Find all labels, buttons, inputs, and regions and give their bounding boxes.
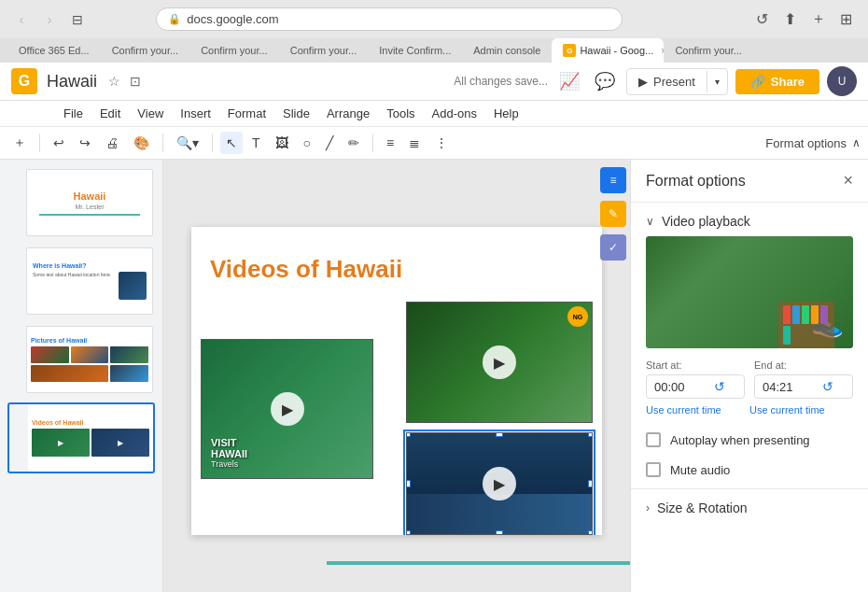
format-panel-close[interactable]: × — [843, 171, 853, 190]
start-time-input-wrap: ↺ — [646, 374, 745, 399]
menu-file[interactable]: File — [56, 103, 91, 124]
mute-checkbox[interactable] — [646, 462, 661, 477]
resize-handle-bl[interactable] — [406, 530, 411, 535]
present-label[interactable]: ▶ Present — [627, 69, 707, 94]
resize-handle-br[interactable] — [588, 530, 593, 535]
video-preview: 👟 — [646, 236, 853, 348]
slide-thumb-1[interactable]: 1 Hawaii Mr. Lester — [7, 167, 155, 238]
tab-confirm-2[interactable]: Confirm your... — [189, 38, 279, 63]
quick-icon-blue[interactable]: ≡ — [600, 167, 626, 193]
end-time-group: End at: ↺ — [754, 359, 853, 399]
slide-bottom-bar — [327, 561, 630, 565]
menu-addons[interactable]: Add-ons — [425, 103, 484, 124]
present-dropdown[interactable]: ▾ — [707, 71, 727, 92]
star-button[interactable]: ☆ — [106, 72, 122, 91]
address-bar[interactable]: 🔒 docs.google.com — [156, 7, 623, 31]
menu-view[interactable]: View — [130, 103, 171, 124]
end-time-refresh-icon[interactable]: ↺ — [822, 379, 833, 394]
resize-handle-ml[interactable] — [406, 480, 411, 487]
ng-badge: NG — [567, 306, 588, 327]
toolbar: ＋ ↩ ↪ 🖨 🎨 🔍▾ ↖ T 🖼 ○ ╱ ✏ ≡ ≣ ⋮ Format op… — [0, 127, 868, 160]
align-left-tool[interactable]: ≡ — [381, 132, 399, 154]
undo-button[interactable]: ↩ — [48, 132, 70, 154]
menu-arrange[interactable]: Arrange — [319, 103, 377, 124]
title-actions: ☆ ⊡ — [106, 72, 143, 91]
video-playback-header[interactable]: ∨ Video playback — [631, 203, 868, 236]
use-current-end[interactable]: Use current time — [749, 404, 853, 416]
upload-button[interactable]: ⬆ — [780, 9, 801, 30]
tab-label: Office 365 Ed... — [19, 45, 90, 56]
slide-title: Videos of Hawaii — [210, 255, 402, 284]
size-rotation-section[interactable]: › Size & Rotation — [631, 488, 868, 527]
resize-handle-tl[interactable] — [406, 432, 411, 437]
slide-1-sub: Mr. Lester — [75, 204, 104, 210]
bookmark-button[interactable]: ⊟ — [67, 9, 88, 30]
resize-handle-tr[interactable] — [588, 432, 593, 437]
menu-format[interactable]: Format — [220, 103, 273, 124]
tab-admin[interactable]: Admin console — [462, 38, 552, 63]
image-tool[interactable]: 🖼 — [270, 132, 294, 154]
present-play-icon: ▶ — [638, 75, 648, 89]
menu-slide[interactable]: Slide — [275, 103, 317, 124]
align-center-tool[interactable]: ≣ — [403, 132, 426, 154]
autoplay-checkbox[interactable] — [646, 432, 661, 447]
tab-confirm-4[interactable]: Confirm your... — [664, 38, 753, 63]
menu-tools[interactable]: Tools — [379, 103, 422, 124]
tab-label: Invite Confirm... — [379, 45, 451, 56]
slide-preview-2: Where is Hawaii? Some text about Hawaii … — [26, 247, 153, 315]
video-play-btn-2[interactable]: ▶ — [483, 345, 516, 379]
resize-handle-bm[interactable] — [496, 530, 503, 535]
use-current-start[interactable]: Use current time — [646, 404, 749, 416]
mute-row[interactable]: Mute audio — [631, 455, 868, 485]
new-tab-button[interactable]: ＋ — [808, 9, 829, 30]
tab-confirm-3[interactable]: Confirm your... — [279, 38, 369, 63]
video-thumb-1[interactable]: VISIT HAWAII Travels ▶ — [201, 339, 373, 479]
cursor-tool[interactable]: ↖ — [220, 132, 243, 154]
share-button[interactable]: 🔗 Share — [735, 69, 819, 94]
time-fields: Start at: ↺ End at: ↺ — [631, 359, 868, 402]
pencil-tool[interactable]: ✏ — [343, 132, 365, 154]
line-tool[interactable]: ╱ — [320, 132, 339, 154]
collapse-toolbar-button[interactable]: ∧ — [852, 136, 861, 149]
menu-edit[interactable]: Edit — [92, 103, 128, 124]
trends-button[interactable]: 📈 — [555, 67, 583, 95]
video-thumb-2[interactable]: NG ▶ — [406, 302, 593, 423]
video-play-btn-3[interactable]: ▶ — [483, 467, 516, 500]
tab-hawaii[interactable]: G Hawaii - Goog... × — [552, 38, 664, 63]
resize-handle-mr[interactable] — [588, 480, 593, 487]
add-button[interactable]: ＋ — [7, 131, 32, 155]
print-button[interactable]: 🖨 — [100, 132, 124, 154]
video-play-btn-1[interactable]: ▶ — [271, 392, 304, 426]
quick-icon-purple[interactable]: ✓ — [600, 234, 626, 261]
comment-button[interactable]: 💬 — [591, 67, 619, 95]
zoom-button[interactable]: 🔍▾ — [171, 132, 204, 154]
tab-invite[interactable]: Invite Confirm... — [368, 38, 462, 63]
slide-thumb-4[interactable]: 4 Videos of Hawaii ▶ ▶ — [7, 402, 155, 473]
redo-button[interactable]: ↪ — [74, 132, 96, 154]
menu-insert[interactable]: Insert — [173, 103, 218, 124]
start-time-refresh-icon[interactable]: ↺ — [714, 379, 725, 394]
tab-office[interactable]: Office 365 Ed... — [7, 38, 101, 63]
textbox-tool[interactable]: T — [246, 132, 266, 154]
forward-button[interactable]: › — [39, 9, 60, 30]
tab-label: Hawaii - Goog... — [580, 45, 653, 56]
quick-icon-yellow[interactable]: ✎ — [600, 201, 626, 227]
menu-help[interactable]: Help — [486, 103, 526, 124]
back-button[interactable]: ‹ — [11, 9, 32, 30]
user-avatar[interactable]: U — [827, 66, 857, 96]
resize-handle-tm[interactable] — [496, 432, 503, 437]
shape-tool[interactable]: ○ — [298, 132, 316, 154]
tab-confirm-1[interactable]: Confirm your... — [101, 38, 190, 63]
autoplay-row[interactable]: Autoplay when presenting — [631, 425, 868, 455]
save-to-drive-button[interactable]: ⊡ — [128, 72, 143, 91]
grid-button[interactable]: ⊞ — [836, 9, 857, 30]
slide-thumb-2[interactable]: 2 Where is Hawaii? Some text about Hawai… — [7, 246, 155, 317]
more-tool[interactable]: ⋮ — [429, 132, 454, 154]
start-time-input[interactable] — [654, 380, 710, 394]
toolbar-separator-1 — [39, 134, 40, 152]
refresh-button[interactable]: ↺ — [752, 9, 773, 30]
slide-thumb-3[interactable]: 3 Pictures of Hawaii — [7, 324, 155, 395]
paint-button[interactable]: 🎨 — [128, 132, 155, 154]
video-thumb-3[interactable]: ▶ — [406, 432, 593, 535]
end-time-input[interactable] — [763, 380, 819, 394]
